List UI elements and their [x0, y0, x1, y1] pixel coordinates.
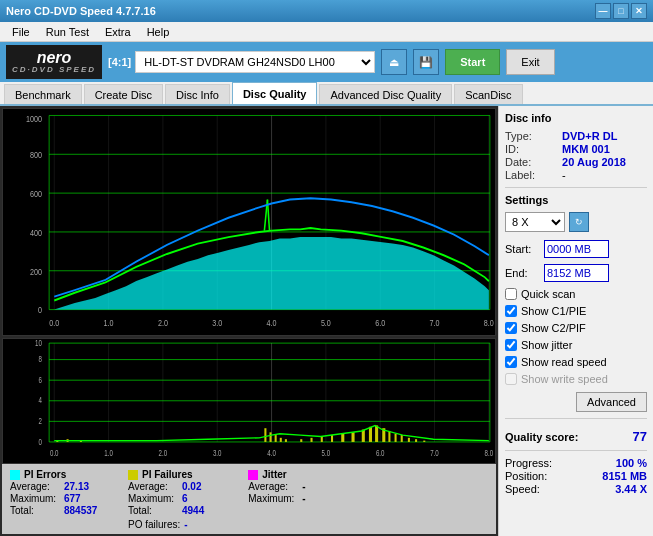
show-write-speed-checkbox[interactable]: [505, 373, 517, 385]
tab-scandisc[interactable]: ScanDisc: [454, 84, 522, 104]
legend-pi-failures: PI Failures Average: 0.02 Maximum: 6 Tot…: [128, 469, 224, 530]
label-value: -: [562, 169, 647, 181]
svg-text:4: 4: [39, 396, 42, 406]
date-value: 20 Aug 2018: [562, 156, 647, 168]
show-c2pif-label: Show C2/PIF: [521, 322, 586, 334]
legend-pi-errors: PI Errors Average: 27.13 Maximum: 677 To…: [10, 469, 104, 530]
progress-value: 100 %: [616, 457, 647, 469]
end-mb-input[interactable]: [544, 264, 609, 282]
svg-rect-93: [331, 436, 333, 443]
start-mb-input[interactable]: [544, 240, 609, 258]
upper-chart-svg: 0 200 400 600 800 1000 16 14 12 10 8 6 4…: [3, 109, 495, 335]
svg-rect-101: [395, 434, 397, 442]
close-button[interactable]: ✕: [631, 3, 647, 19]
svg-rect-91: [311, 438, 313, 442]
settings-refresh-button[interactable]: ↻: [569, 212, 589, 232]
speed-label: Speed:: [505, 483, 540, 495]
menu-extra[interactable]: Extra: [97, 24, 139, 40]
start-mb-label: Start:: [505, 243, 540, 255]
eject-button[interactable]: ⏏: [381, 49, 407, 75]
svg-text:3.0: 3.0: [213, 448, 222, 458]
svg-text:1000: 1000: [26, 114, 42, 124]
drive-combo[interactable]: HL-DT-ST DVDRAM GH24NSD0 LH00: [135, 51, 375, 73]
window-controls[interactable]: — □ ✕: [595, 3, 647, 19]
svg-rect-95: [352, 433, 355, 443]
tab-disc-info[interactable]: Disc Info: [165, 84, 230, 104]
show-write-speed-label: Show write speed: [521, 373, 608, 385]
show-read-speed-label: Show read speed: [521, 356, 607, 368]
svg-rect-98: [375, 426, 378, 442]
menu-bar: File Run Test Extra Help: [0, 22, 653, 42]
tab-disc-quality[interactable]: Disc Quality: [232, 82, 318, 104]
menu-file[interactable]: File: [4, 24, 38, 40]
svg-text:0.0: 0.0: [49, 319, 59, 329]
svg-rect-85: [264, 429, 266, 443]
maximize-button[interactable]: □: [613, 3, 629, 19]
quick-scan-label: Quick scan: [521, 288, 575, 300]
minimize-button[interactable]: —: [595, 3, 611, 19]
pi-errors-color: [10, 470, 20, 480]
progress-section: Progress: 100 % Position: 8151 MB Speed:…: [505, 457, 647, 496]
show-jitter-checkbox[interactable]: [505, 339, 517, 351]
disc-info-title: Disc info: [505, 112, 647, 124]
svg-text:400: 400: [30, 228, 42, 238]
show-jitter-label: Show jitter: [521, 339, 572, 351]
svg-text:600: 600: [30, 189, 42, 199]
svg-text:0: 0: [39, 437, 42, 447]
svg-text:4.0: 4.0: [267, 319, 277, 329]
divider-1: [505, 187, 647, 188]
quality-row: Quality score: 77: [505, 429, 647, 444]
quality-value: 77: [633, 429, 647, 444]
start-button[interactable]: Start: [445, 49, 500, 75]
lower-chart: 0 2 4 6 8 10 10 8 6 4 2 0.0 1.0 2.0 3.0 …: [2, 338, 496, 464]
quick-scan-checkbox[interactable]: [505, 288, 517, 300]
menu-run-test[interactable]: Run Test: [38, 24, 97, 40]
disc-info-grid: Type: DVD+R DL ID: MKM 001 Date: 20 Aug …: [505, 130, 647, 181]
advanced-button[interactable]: Advanced: [576, 392, 647, 412]
speed-combo[interactable]: 8 X: [505, 212, 565, 232]
toolbar: nero CD·DVD SPEED [4:1] HL-DT-ST DVDRAM …: [0, 42, 653, 82]
svg-text:5.0: 5.0: [321, 319, 331, 329]
svg-text:10: 10: [35, 339, 42, 348]
show-jitter-row: Show jitter: [505, 339, 647, 351]
legend-area: PI Errors Average: 27.13 Maximum: 677 To…: [2, 464, 496, 534]
title-bar: Nero CD-DVD Speed 4.7.7.16 — □ ✕: [0, 0, 653, 22]
tab-advanced-disc-quality[interactable]: Advanced Disc Quality: [319, 84, 452, 104]
svg-text:3.0: 3.0: [212, 319, 222, 329]
pi-errors-label: PI Errors: [24, 469, 66, 480]
svg-text:800: 800: [30, 150, 42, 160]
charts-panel: 0 200 400 600 800 1000 16 14 12 10 8 6 4…: [0, 106, 498, 536]
show-read-speed-checkbox[interactable]: [505, 356, 517, 368]
show-c2pif-checkbox[interactable]: [505, 322, 517, 334]
jitter-max-label: Maximum:: [248, 493, 298, 504]
end-mb-row: End:: [505, 264, 647, 282]
svg-rect-89: [285, 440, 287, 443]
upper-chart: 0 200 400 600 800 1000 16 14 12 10 8 6 4…: [2, 108, 496, 336]
tab-create-disc[interactable]: Create Disc: [84, 84, 163, 104]
settings-title: Settings: [505, 194, 647, 206]
label-label: Label:: [505, 169, 556, 181]
svg-rect-92: [321, 437, 323, 442]
end-mb-label: End:: [505, 267, 540, 279]
svg-text:8.0: 8.0: [484, 319, 494, 329]
menu-help[interactable]: Help: [139, 24, 178, 40]
speed-row: 8 X ↻: [505, 212, 647, 232]
show-c1pie-checkbox[interactable]: [505, 305, 517, 317]
type-value: DVD+R DL: [562, 130, 647, 142]
save-button[interactable]: 💾: [413, 49, 439, 75]
svg-rect-104: [415, 440, 417, 443]
legend-jitter: Jitter Average: - Maximum: -: [248, 469, 342, 530]
svg-text:1.0: 1.0: [104, 319, 114, 329]
svg-rect-105: [423, 441, 425, 442]
pi-failures-color: [128, 470, 138, 480]
pi-errors-total-value: 884537: [64, 505, 104, 516]
po-failures-value: -: [184, 519, 224, 530]
svg-text:5.0: 5.0: [322, 448, 331, 458]
svg-text:2: 2: [39, 417, 42, 427]
exit-button[interactable]: Exit: [506, 49, 554, 75]
tab-benchmark[interactable]: Benchmark: [4, 84, 82, 104]
show-write-speed-row: Show write speed: [505, 373, 647, 385]
quick-scan-row: Quick scan: [505, 288, 647, 300]
svg-text:2.0: 2.0: [158, 319, 168, 329]
position-row: Position: 8151 MB: [505, 470, 647, 482]
